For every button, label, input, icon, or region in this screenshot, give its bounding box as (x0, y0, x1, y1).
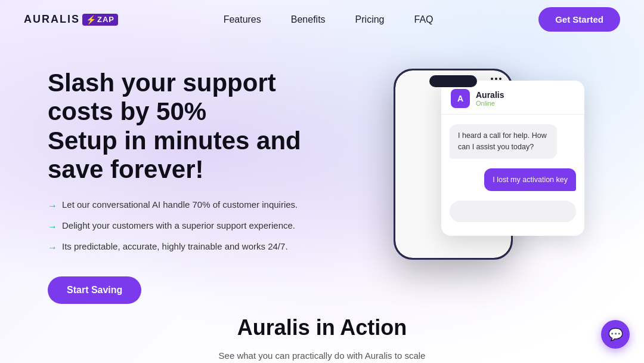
bot-message: I heard a call for help. How can I assis… (450, 124, 557, 159)
navbar: AURALIS ⚡ ZAP Features Benefits Pricing … (0, 0, 644, 39)
logo-zap-text: ZAP (97, 15, 114, 24)
arrow-icon-1: → (48, 199, 57, 213)
bullet-2-text: Delight your customers with a superior s… (62, 219, 295, 233)
nav-links: Features Benefits Pricing FAQ (224, 14, 434, 25)
hero-content: Slash your support costs by 50% Setup in… (48, 63, 346, 304)
bottom-title: Auralis in Action (0, 315, 644, 340)
arrow-icon-2: → (48, 220, 57, 234)
bottom-section: Auralis in Action See what you can pract… (0, 291, 644, 363)
bullet-1: → Let our conversational AI handle 70% o… (48, 198, 346, 213)
arrow-icon-3: → (48, 241, 57, 255)
phone-status-dots (491, 78, 501, 80)
bullet-1-text: Let our conversational AI handle 70% of … (62, 198, 298, 212)
chat-input-bar[interactable] (450, 201, 576, 222)
chat-identity: Auralis Online (476, 90, 504, 107)
nav-benefits[interactable]: Benefits (291, 14, 326, 24)
user-message: I lost my activation key (484, 168, 576, 192)
logo-zap-badge: ⚡ ZAP (82, 14, 118, 26)
hero-title: Slash your support costs by 50% Setup in… (48, 69, 346, 184)
hero-visual: A Auralis Online I heard a call for help… (346, 63, 596, 254)
chat-bot-status: Online (476, 100, 504, 107)
logo: AURALIS ⚡ ZAP (24, 13, 118, 26)
bullet-2: → Delight your customers with a superior… (48, 219, 346, 234)
fab-chat-icon: 💬 (608, 327, 623, 342)
nav-faq[interactable]: FAQ (414, 14, 433, 24)
get-started-button[interactable]: Get Started (538, 7, 620, 32)
chat-bot-name: Auralis (476, 90, 504, 100)
bullet-3: → Its predictable, accurate, highly trai… (48, 240, 346, 255)
phone-notch (429, 75, 477, 87)
chat-messages: I heard a call for help. How can I assis… (441, 115, 584, 201)
hero-title-line2: Setup in minutes and save forever! (48, 127, 301, 183)
hero-section: Slash your support costs by 50% Setup in… (0, 39, 644, 291)
fab-chat-button[interactable]: 💬 (601, 320, 630, 349)
hero-bullets: → Let our conversational AI handle 70% o… (48, 198, 346, 255)
zap-lightning-icon: ⚡ (86, 15, 96, 24)
chat-card: A Auralis Online I heard a call for help… (441, 81, 584, 236)
chat-avatar: A (451, 89, 470, 108)
nav-features[interactable]: Features (224, 14, 261, 24)
chat-avatar-letter: A (457, 94, 463, 103)
status-dot-2 (495, 78, 497, 80)
logo-text: AURALIS (24, 13, 80, 26)
bottom-subtitle: See what you can practically do with Aur… (209, 349, 435, 363)
nav-pricing[interactable]: Pricing (355, 14, 385, 24)
status-dot-3 (499, 78, 501, 80)
hero-title-line1: Slash your support costs by 50% (48, 69, 276, 125)
status-dot-1 (491, 78, 493, 80)
bullet-3-text: Its predictable, accurate, highly traina… (62, 240, 288, 254)
